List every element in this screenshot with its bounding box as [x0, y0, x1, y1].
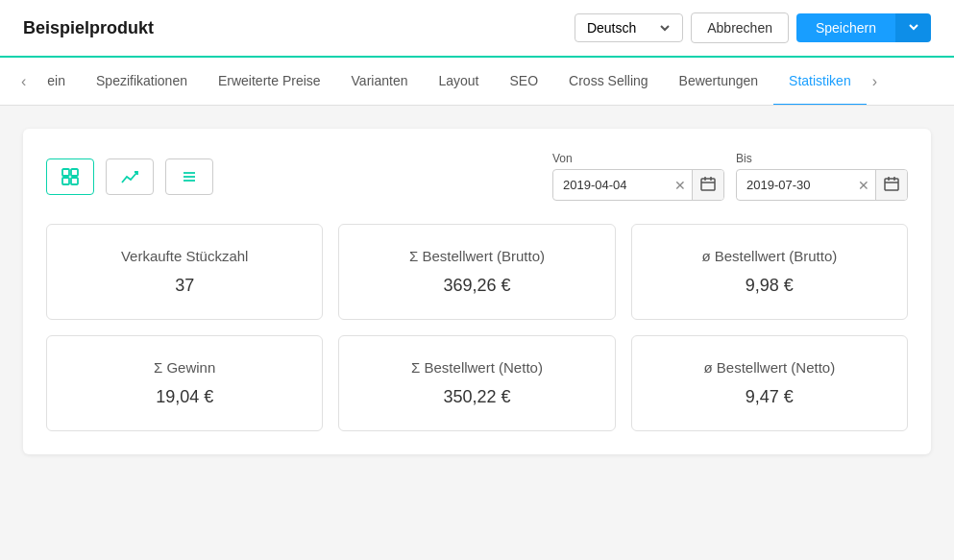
- date-to-input-wrap: ✕: [736, 169, 908, 201]
- date-to-label: Bis: [736, 152, 908, 165]
- stat-value: 9,47 €: [648, 387, 892, 407]
- tabs-next-button[interactable]: ›: [867, 73, 883, 90]
- tab-bewertungen[interactable]: Bewertungen: [664, 58, 774, 106]
- stat-value: 369,26 €: [355, 276, 599, 296]
- tab-statistiken[interactable]: Statistiken: [773, 58, 867, 106]
- date-to-calendar-button[interactable]: [875, 170, 907, 200]
- svg-rect-11: [885, 179, 898, 190]
- grid-icon: [61, 167, 80, 186]
- stat-value: 350,22 €: [355, 387, 599, 407]
- stat-label: ø Bestellwert (Netto): [648, 359, 892, 376]
- header-actions: Deutsch Abbrechen Speichern: [575, 12, 931, 43]
- stat-label: Verkaufte Stückzahl: [62, 248, 306, 264]
- save-dropdown-button[interactable]: [895, 13, 931, 42]
- save-button[interactable]: Speichern: [796, 13, 895, 42]
- date-from-label: Von: [552, 152, 724, 165]
- stat-card: Σ Gewinn 19,04 €: [46, 335, 323, 431]
- calendar-icon: [700, 176, 716, 191]
- calendar-icon: [884, 176, 899, 191]
- page-title: Beispielprodukt: [23, 18, 154, 38]
- tab-seo[interactable]: SEO: [495, 58, 554, 106]
- stat-value: 19,04 €: [62, 387, 306, 407]
- date-from-calendar-button[interactable]: [692, 170, 723, 200]
- statistics-card: Von ✕: [23, 129, 931, 454]
- stat-value: 37: [62, 276, 306, 296]
- stat-label: Σ Bestellwert (Brutto): [355, 248, 599, 264]
- tabs-bar: ‹ ein Spezifikationen Erweiterte Preise …: [0, 58, 954, 106]
- chart-icon: [120, 167, 139, 186]
- stat-card: ø Bestellwert (Netto) 9,47 €: [631, 335, 908, 431]
- date-range-section: Von ✕: [552, 152, 908, 201]
- cancel-button[interactable]: Abbrechen: [691, 12, 789, 43]
- date-to-input[interactable]: [737, 172, 852, 198]
- stat-label: Σ Gewinn: [62, 359, 306, 376]
- date-from-input[interactable]: [553, 172, 669, 198]
- language-label: Deutsch: [587, 20, 636, 36]
- date-from-input-wrap: ✕: [552, 169, 724, 201]
- tab-spezifikationen[interactable]: Spezifikationen: [81, 58, 203, 106]
- header: Beispielprodukt Deutsch Abbrechen Speich…: [0, 0, 954, 58]
- date-to-group: Bis ✕: [736, 152, 908, 201]
- svg-rect-7: [701, 179, 715, 190]
- stat-card: ø Bestellwert (Brutto) 9,98 €: [631, 224, 908, 320]
- tabs-prev-button[interactable]: ‹: [15, 73, 32, 90]
- chevron-down-icon: [908, 21, 919, 33]
- tab-ein[interactable]: ein: [32, 58, 81, 106]
- main-content: Von ✕: [0, 106, 954, 477]
- stats-grid: Verkaufte Stückzahl 37 Σ Bestellwert (Br…: [46, 224, 908, 431]
- svg-rect-1: [71, 169, 78, 176]
- svg-rect-2: [62, 178, 69, 184]
- save-button-group: Speichern: [796, 13, 931, 42]
- tab-layout[interactable]: Layout: [423, 58, 494, 106]
- date-from-group: Von ✕: [552, 152, 724, 201]
- chevron-down-icon: [659, 22, 671, 34]
- date-from-clear-button[interactable]: ✕: [669, 178, 692, 193]
- list-icon: [180, 167, 199, 186]
- list-view-button[interactable]: [165, 158, 213, 195]
- svg-rect-0: [62, 169, 69, 176]
- stat-card: Verkaufte Stückzahl 37: [46, 224, 323, 320]
- stat-card: Σ Bestellwert (Netto) 350,22 €: [338, 335, 615, 431]
- chart-view-button[interactable]: [106, 158, 154, 195]
- stat-label: ø Bestellwert (Brutto): [648, 248, 892, 264]
- language-dropdown[interactable]: Deutsch: [575, 13, 683, 42]
- stats-toolbar: Von ✕: [46, 152, 908, 201]
- tab-cross-selling[interactable]: Cross Selling: [553, 58, 663, 106]
- stat-card: Σ Bestellwert (Brutto) 369,26 €: [338, 224, 615, 320]
- grid-view-button[interactable]: [46, 158, 94, 195]
- tab-erweiterte-preise[interactable]: Erweiterte Preise: [203, 58, 336, 106]
- date-to-clear-button[interactable]: ✕: [852, 178, 875, 193]
- tab-varianten[interactable]: Varianten: [336, 58, 424, 106]
- svg-rect-3: [71, 178, 78, 184]
- stat-label: Σ Bestellwert (Netto): [355, 359, 599, 376]
- stat-value: 9,98 €: [648, 276, 892, 296]
